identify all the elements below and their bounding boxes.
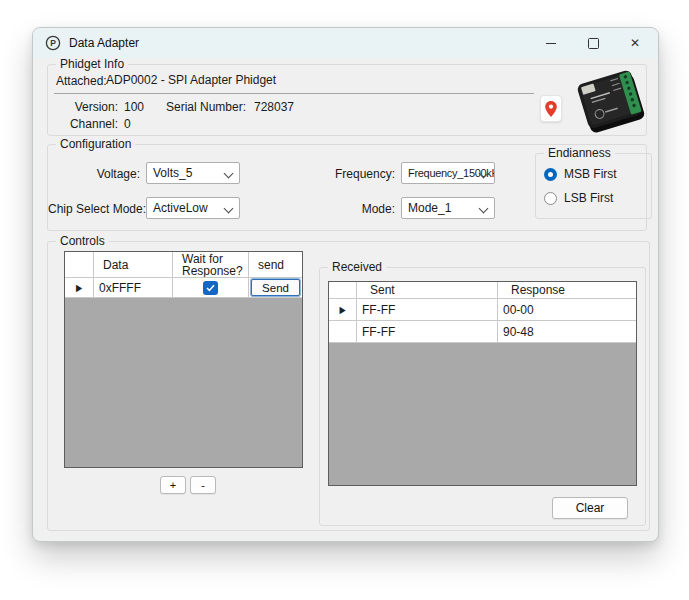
table-row[interactable]: FF-FF 90-48 [329, 321, 636, 343]
current-row-marker-cell: ▶ [329, 299, 357, 320]
minimize-icon [546, 43, 556, 44]
mode-selected-value: Mode_1 [408, 201, 451, 215]
channel-label: Channel: [58, 117, 118, 131]
endianness-group: Endianness MSB First LSB First [535, 153, 652, 219]
controls-group: Controls Data Wait for Response? send ▶ … [47, 241, 650, 531]
current-row-marker-icon: ▶ [339, 304, 345, 315]
column-header-sent[interactable]: Sent [357, 282, 498, 298]
chevron-down-icon [479, 204, 489, 214]
app-window: P Data Adapter ✕ Phidget Info Attached: … [32, 27, 659, 542]
check-icon [206, 284, 215, 292]
send-data-table: Data Wait for Response? send ▶ 0xFFFF [64, 251, 303, 468]
column-header-wait-for-response[interactable]: Wait for Response? [173, 252, 249, 277]
chevron-down-icon [224, 169, 234, 179]
remove-row-button[interactable]: - [190, 476, 216, 494]
map-pin-icon [544, 100, 558, 118]
current-row-marker-cell: ▶ [65, 278, 94, 297]
device-photo [568, 67, 654, 133]
titlebar: P Data Adapter ✕ [33, 28, 658, 58]
radio-lsb-first-label: LSB First [564, 191, 613, 205]
add-row-button[interactable]: + [160, 476, 186, 494]
version-value: 100 [124, 100, 144, 114]
attached-label: Attached: [56, 74, 107, 88]
column-header-data[interactable]: Data [94, 252, 173, 277]
current-row-marker-icon: ▶ [76, 282, 82, 293]
voltage-select[interactable]: Volts_5 [146, 162, 240, 184]
column-header-send[interactable]: send [249, 252, 302, 277]
table-row[interactable]: ▶ FF-FF 00-00 [329, 299, 636, 321]
received-table: Sent Response ▶ FF-FF 00-00 FF-FF 90-48 [328, 281, 637, 486]
phidget-info-group: Phidget Info Attached: ADP0002 - SPI Ada… [47, 64, 647, 136]
chip-select-mode-label: Chip Select Mode: [48, 202, 140, 216]
controls-group-label: Controls [56, 234, 109, 249]
column-header-response[interactable]: Response [498, 282, 636, 298]
send-cell: Send [249, 278, 302, 297]
minimize-button[interactable] [530, 28, 572, 58]
response-cell: 00-00 [498, 299, 636, 320]
row-header-cell [329, 282, 357, 298]
radio-msb-first[interactable]: MSB First [544, 167, 617, 181]
mode-label: Mode: [303, 202, 395, 216]
close-button[interactable]: ✕ [614, 28, 656, 58]
row-header-cell [65, 252, 94, 277]
sent-cell: FF-FF [357, 321, 498, 342]
radio-unselected-icon [544, 192, 557, 205]
chip-select-mode-select[interactable]: ActiveLow [146, 197, 240, 219]
chevron-down-icon [224, 204, 234, 214]
channel-value: 0 [124, 117, 131, 131]
frequency-label: Frequency: [303, 167, 395, 181]
serial-number-value: 728037 [254, 100, 294, 114]
maximize-icon [588, 38, 599, 49]
voltage-label: Voltage: [48, 167, 140, 181]
mode-select[interactable]: Mode_1 [401, 197, 495, 219]
window-controls: ✕ [530, 28, 656, 58]
chip-select-mode-selected-value: ActiveLow [153, 201, 208, 215]
received-group-label: Received [328, 260, 386, 275]
send-button[interactable]: Send [251, 279, 300, 296]
received-group: Received Sent Response ▶ FF-FF 00-00 FF-… [319, 267, 646, 526]
row-marker-cell [329, 321, 357, 342]
serial-number-label: Serial Number: [166, 100, 246, 114]
sent-cell: FF-FF [357, 299, 498, 320]
wait-for-response-checkbox[interactable] [203, 281, 218, 295]
svg-text:P: P [50, 38, 56, 48]
data-cell[interactable]: 0xFFFF [94, 278, 173, 297]
voltage-selected-value: Volts_5 [153, 166, 192, 180]
close-icon: ✕ [630, 37, 640, 49]
table-header-row: Data Wait for Response? send [65, 252, 302, 278]
maximize-button[interactable] [572, 28, 614, 58]
table-row: ▶ 0xFFFF Send [65, 278, 302, 298]
clear-button[interactable]: Clear [552, 497, 628, 519]
table-header-row: Sent Response [329, 282, 636, 299]
radio-msb-first-label: MSB First [564, 167, 617, 181]
configuration-group-label: Configuration [56, 137, 135, 152]
phidget-info-divider [54, 93, 534, 94]
phidgets-logo-icon: P [45, 35, 61, 51]
radio-lsb-first[interactable]: LSB First [544, 191, 613, 205]
configuration-group: Configuration Voltage: Volts_5 Chip Sele… [47, 144, 647, 231]
frequency-select[interactable]: Frequency_1500kHz [401, 162, 495, 184]
radio-selected-icon [544, 168, 557, 181]
response-cell: 90-48 [498, 321, 636, 342]
window-title: Data Adapter [69, 36, 139, 50]
wait-for-response-cell [173, 278, 249, 297]
phidget-info-group-label: Phidget Info [56, 57, 128, 72]
attached-value: ADP0002 - SPI Adapter Phidget [106, 73, 276, 87]
locate-device-button[interactable] [540, 95, 562, 122]
version-label: Version: [58, 100, 118, 114]
endianness-group-label: Endianness [544, 146, 615, 161]
